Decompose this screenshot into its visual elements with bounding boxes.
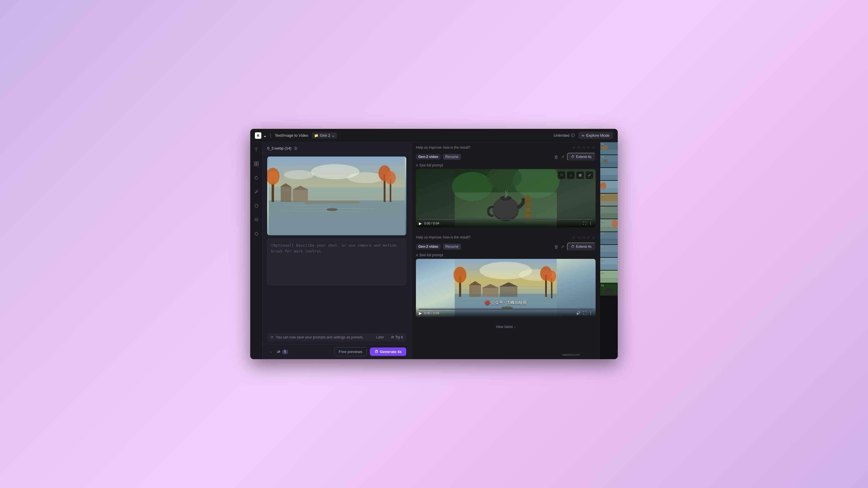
fullscreen-btn-2[interactable]: ⛶ (583, 311, 586, 315)
video-card-header-1: Gen-2 video Rename 🗑 ⇗ ⏱ Extend 4s (416, 153, 596, 161)
svg-rect-73 (600, 201, 618, 206)
svg-point-7 (347, 172, 384, 183)
file-name: 0_3.webp (14) (267, 146, 291, 151)
thumbnail-27[interactable]: 27 (600, 232, 618, 244)
svg-point-46 (454, 267, 466, 283)
fullscreen-overlay-btn-1[interactable]: ⤢ (586, 171, 593, 179)
svg-rect-2 (254, 164, 256, 166)
thumbnail-25[interactable]: 25 (600, 206, 618, 219)
view-latest-button[interactable]: View latest ↓ (496, 325, 516, 329)
svg-rect-78 (600, 227, 618, 231)
thumbnail-26[interactable]: 26 (600, 219, 618, 231)
generate-button[interactable]: ⏱ Generate 4s (370, 348, 406, 356)
thumb-number-29: 29 (601, 258, 604, 261)
star-b4[interactable]: ☆ (587, 235, 591, 240)
star-2[interactable]: ☆ (577, 145, 581, 150)
star-b2[interactable]: ☆ (577, 235, 581, 240)
sidebar-icon-brush[interactable] (252, 188, 260, 196)
unlimited-badge: Unlimited ⓘ (554, 133, 575, 138)
play-button-2[interactable]: ▶ (419, 311, 422, 316)
extend-button-1[interactable]: ⏱ Extend 4s (567, 153, 596, 161)
image-preview (267, 157, 406, 235)
right-panel[interactable]: Help us improve: how is the result? ☆ ☆ … (411, 142, 600, 359)
free-previews-button[interactable]: Free previews (334, 347, 367, 356)
video-controls-overlay-1: ♡ ↓ ⊞ ⤢ (558, 171, 593, 179)
prompt-textarea[interactable] (267, 239, 406, 285)
see-prompt-2[interactable]: ≡ See full prompt (416, 253, 596, 257)
star-b1[interactable]: ☆ (572, 235, 576, 240)
time-text-2: 0:00 / 0:04 (424, 311, 439, 315)
folder-tag[interactable]: 📁 Gen 2 ⌄ (312, 132, 337, 138)
thumbnail-20[interactable]: 20 (600, 142, 618, 155)
nav-label: Text/Image to Video (275, 133, 308, 138)
star-5[interactable]: ☆ (592, 145, 596, 150)
gen-label-1: Gen-2 video (416, 154, 441, 160)
rename-button-2[interactable]: Rename (443, 244, 461, 250)
thumb-number-31: 31 (601, 284, 604, 287)
volume-btn-2[interactable]: 🔊 (576, 311, 581, 315)
header-chevron[interactable]: ⌄ (263, 133, 267, 138)
more-btn-1[interactable]: ⋮ (589, 221, 593, 226)
video-player-2[interactable]: ▶ 0:00 / 0:04 🔊 ⛶ ⋮ (416, 259, 596, 317)
thumbnail-24[interactable]: 24 (600, 194, 618, 206)
text-icon: T (255, 147, 258, 153)
video-player-1[interactable]: ♡ ↓ ⊞ ⤢ ▶ 0:00 / 0:04 (416, 169, 596, 227)
sidebar-icon-grid[interactable] (252, 160, 260, 168)
extend-button-2[interactable]: ⏱ Extend 4s (567, 242, 596, 251)
thumb-number-25: 25 (601, 207, 604, 210)
sidebar-icon-circle[interactable] (252, 202, 260, 210)
thumbnail-28[interactable]: 28 (600, 245, 618, 257)
delete-icon[interactable]: 🗑 (294, 146, 298, 151)
bottom-toolbar: → ⇄ 5 Free previews ⏱ Generate 4s (262, 344, 411, 359)
play-button-1[interactable]: ▶ (419, 221, 422, 226)
thumbnail-29[interactable]: 29 (600, 258, 618, 270)
collapse-button[interactable]: → (267, 348, 274, 355)
time-controls-2: ▶ 0:00 / 0:04 🔊 ⛶ ⋮ (419, 311, 593, 316)
fullscreen-btn-1[interactable]: ⛶ (583, 221, 586, 225)
star-1[interactable]: ☆ (572, 145, 576, 150)
rename-button-1[interactable]: Rename (443, 154, 461, 160)
settings-button[interactable]: ⇄ 5 (277, 350, 288, 354)
thumbnail-23[interactable]: 23 (600, 181, 618, 193)
sidebar-icon-layers[interactable] (252, 216, 260, 224)
text-area-container (267, 239, 406, 331)
time-text-1: 0:00 / 0:04 (424, 222, 439, 225)
star-b5[interactable]: ☆ (592, 235, 596, 240)
try-it-button[interactable]: ⟳ Try it (391, 335, 403, 339)
thumbnail-22[interactable]: 22 (600, 168, 618, 180)
progress-bar-2[interactable] (419, 309, 593, 310)
sidebar-icon-text[interactable]: T (252, 146, 260, 154)
share-card-icon-2[interactable]: ⇗ (561, 244, 565, 249)
share-card-icon-1[interactable]: ⇗ (561, 154, 565, 159)
download-btn-1[interactable]: ↓ (567, 171, 575, 179)
svg-rect-71 (600, 188, 618, 193)
progress-bar-1[interactable] (419, 219, 593, 220)
svg-rect-68 (600, 175, 618, 180)
delete-card-icon-2[interactable]: 🗑 (554, 244, 559, 249)
rating-bar-top: Help us improve: how is the result? ☆ ☆ … (416, 142, 596, 153)
star-3[interactable]: ☆ (582, 145, 586, 150)
expand-btn-1[interactable]: ⊞ (576, 171, 584, 179)
app-logo[interactable]: R ⌄ (255, 132, 267, 139)
sidebar-icon-refresh[interactable] (252, 174, 260, 182)
thumbnail-21[interactable]: 21 (600, 155, 618, 167)
heart-btn-1[interactable]: ♡ (558, 171, 565, 179)
thumbnail-30[interactable]: 30 (600, 270, 618, 283)
svg-rect-75 (600, 214, 618, 219)
star-b3[interactable]: ☆ (582, 235, 586, 240)
thumbnail-31[interactable]: 31 (600, 283, 618, 296)
try-it-icon: ⟳ (391, 335, 394, 339)
see-prompt-1[interactable]: ≡ See full prompt (416, 163, 596, 167)
gen-label-2: Gen-2 video (416, 244, 441, 250)
settings-count: 5 (282, 350, 288, 354)
explore-mode-button[interactable]: ∞ Explore Mode (578, 132, 613, 139)
svg-point-8 (284, 170, 314, 179)
info-icon: ⓘ (571, 133, 575, 138)
sidebar-icon-diamond[interactable] (252, 230, 260, 238)
star-4[interactable]: ☆ (587, 145, 591, 150)
more-btn-2[interactable]: ⋮ (589, 311, 593, 316)
view-latest-bar: View latest ↓ (416, 322, 596, 332)
later-button[interactable]: Later (376, 335, 384, 339)
delete-card-icon-1[interactable]: 🗑 (554, 155, 559, 159)
thumb-number-30: 30 (601, 271, 604, 274)
